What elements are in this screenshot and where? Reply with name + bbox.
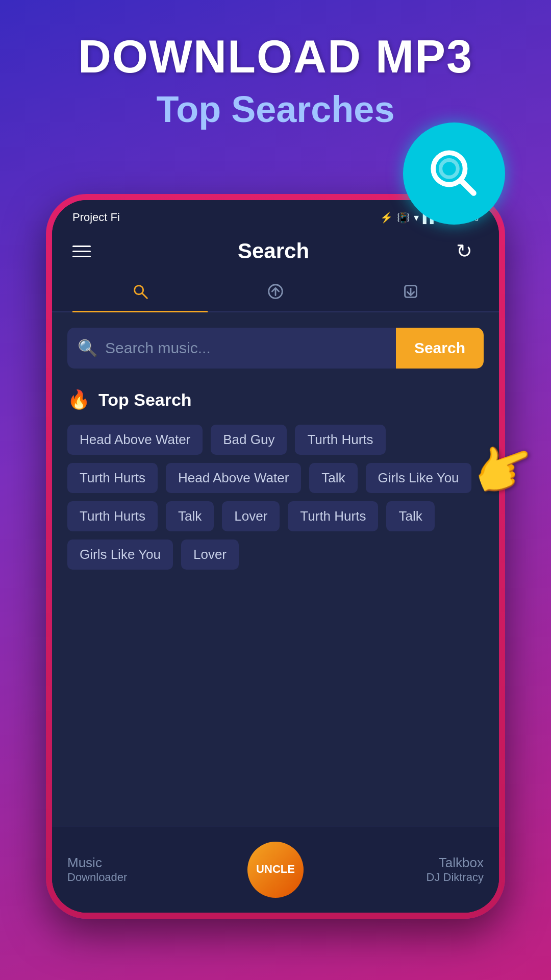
svg-line-4 [142,293,147,299]
tag-lover-2[interactable]: Lover [181,540,239,570]
tag-bad-guy[interactable]: Bad Guy [211,425,287,455]
album-text: UNCLE [256,863,295,875]
tag-head-above-water-2[interactable]: Head Above Water [166,463,301,493]
menu-button[interactable] [72,246,91,257]
tab-download[interactable] [343,272,479,311]
tag-talk-3[interactable]: Talk [386,501,434,531]
tab-bar [52,272,499,312]
tab-search[interactable] [72,272,208,311]
bluetooth-icon: ⚡ [380,211,393,224]
tag-turth-hurts-2[interactable]: Turth Hurts [67,463,158,493]
tab-upload[interactable] [208,272,343,311]
tag-lover-1[interactable]: Lover [222,501,280,531]
wifi-icon: ▾ [414,211,419,224]
search-input-icon: 🔍 [78,338,98,358]
bottom-dj: DJ Diktracy [304,871,484,884]
search-button[interactable]: Search [396,328,484,369]
phone-mockup: Project Fi ⚡ 📳 ▾ ▌▌ 🔋 59% [46,194,505,919]
bottom-left-info: Music Downloader [67,855,247,884]
top-search-label: Top Search [98,390,192,410]
svg-line-2 [461,180,473,193]
app-title: Search [238,239,309,263]
search-circle-icon [403,122,505,225]
search-input-area[interactable]: 🔍 Search music... [67,338,396,358]
tag-girls-like-you-1[interactable]: Girls Like You [366,463,471,493]
tag-turth-hurts-1[interactable]: Turth Hurts [295,425,385,455]
header-section: DOWNLOAD MP3 Top Searches [0,0,551,130]
download-title: DOWNLOAD MP3 [0,31,551,83]
tag-head-above-water-1[interactable]: Head Above Water [67,425,203,455]
search-bar[interactable]: 🔍 Search music... Search [67,328,484,369]
album-art: UNCLE [247,842,304,898]
bottom-music-sub: Downloader [67,871,247,884]
tag-girls-like-you-2[interactable]: Girls Like You [67,540,173,570]
tag-talk-1[interactable]: Talk [309,463,357,493]
carrier-text: Project Fi [72,211,120,224]
svg-point-1 [441,160,458,178]
bottom-right-info: Talkbox DJ Diktracy [304,855,484,884]
fire-icon: 🔥 [67,389,90,410]
bottom-music-title: Music [67,855,247,871]
vibrate-icon: 📳 [397,211,410,224]
page-background: DOWNLOAD MP3 Top Searches Project Fi ⚡ 📳… [0,0,551,130]
search-input[interactable]: Search music... [105,339,211,357]
app-content: 🔍 Search music... Search 🔥 Top Search He… [52,312,499,913]
app-header: Search ↻ [52,231,499,272]
tag-turth-hurts-3[interactable]: Turth Hurts [67,501,158,531]
tag-talk-2[interactable]: Talk [166,501,214,531]
top-search-header: 🔥 Top Search [67,389,484,410]
refresh-button[interactable]: ↻ [456,240,479,262]
top-searches-subtitle: Top Searches [0,88,551,130]
tag-turth-hurts-4[interactable]: Turth Hurts [288,501,378,531]
tags-container: Head Above Water Bad Guy Turth Hurts Tur… [67,425,484,570]
bottom-talkbox: Talkbox [304,855,484,871]
bottom-bar: Music Downloader UNCLE Talkbox DJ Diktra… [52,826,499,913]
